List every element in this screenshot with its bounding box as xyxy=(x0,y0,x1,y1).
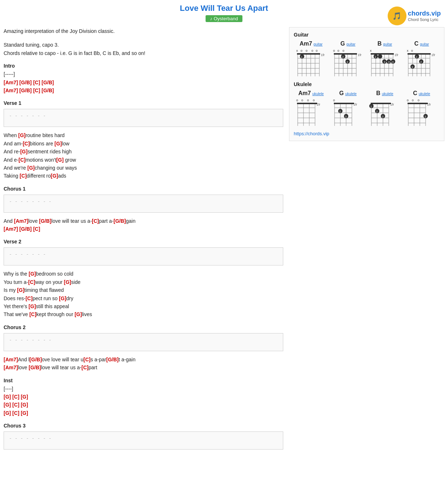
svg-text:o: o xyxy=(337,49,339,52)
chord-c-v2l6[interactable]: [C] xyxy=(29,311,36,317)
chord-gb-c2l2[interactable]: [G/B] xyxy=(29,365,41,370)
guitar-chord-row: Am7 guitar x o o o o xyxy=(294,41,440,77)
chord-c-v1l2[interactable]: [C] xyxy=(23,141,30,146)
chord-gb-c1l1[interactable]: [G/B] xyxy=(39,218,51,224)
section-verse2: Verse 2 - - - - - - - Why is the [G]bedr… xyxy=(4,239,283,318)
chord-g2-il1[interactable]: [G] xyxy=(21,394,28,400)
chord-b-ukulele-name: B xyxy=(376,90,380,97)
chord-gb-c2l1[interactable]: [G/B] xyxy=(30,357,42,362)
chord-box-c-ukulele: C ukulele o o o xyxy=(404,90,439,127)
chord-am7-ukulele-link[interactable]: ukulele xyxy=(312,92,324,96)
chord-g-v2l1[interactable]: [G] xyxy=(29,271,36,277)
chord-am7[interactable]: [Am7] xyxy=(4,80,18,85)
chord-c-guitar-name: C xyxy=(414,41,419,47)
chord-c-v2l4[interactable]: [C] xyxy=(26,295,33,301)
chord-gb[interactable]: [G/B] xyxy=(20,80,32,85)
chord-c-il1[interactable]: [C] xyxy=(12,394,19,400)
section-intro: Intro [-----] [Am7] [G/B] [C] [G/B] [Am7… xyxy=(4,63,283,94)
chord-g-v1l4[interactable]: [G] xyxy=(56,157,64,163)
chorus1-tab: - - - - - - - - xyxy=(4,195,283,213)
chord-am7-guitar-diagram: x o o o o xyxy=(295,48,327,77)
artist-name[interactable]: ♪ Oysterband xyxy=(206,15,242,22)
chord-c-c1l2[interactable]: [C] xyxy=(33,226,40,232)
verse1-line2: And am-[C]bitions are [G]low xyxy=(4,140,283,148)
chord-g-v1l1[interactable]: [G] xyxy=(18,132,25,138)
chorus3-tab-content: - - - - - - - - xyxy=(9,435,51,441)
svg-text:x: x xyxy=(370,49,372,52)
chord-c-il3[interactable]: [C] xyxy=(12,410,19,416)
svg-text:3: 3 xyxy=(425,115,426,118)
chord-box-b-ukulele: B ukulele 1 xyxy=(367,90,402,127)
chord-b-guitar-link[interactable]: guitar xyxy=(383,42,392,46)
svg-rect-109 xyxy=(371,103,391,104)
svg-rect-22 xyxy=(334,53,357,55)
chord-am7-c1l2[interactable]: [Am7] xyxy=(4,226,18,232)
chord-g-v2l3[interactable]: [G] xyxy=(17,287,24,293)
chord-g-guitar-diagram: o o o 2 xyxy=(332,48,364,77)
svg-text:o: o xyxy=(343,49,344,52)
chord-g-ukulele-name: G xyxy=(339,90,344,97)
chord-g-v2l2[interactable]: [G] xyxy=(64,279,71,285)
chord-am7-c2l1[interactable]: [Am7] xyxy=(4,357,18,362)
chord-c-il2[interactable]: [C] xyxy=(12,402,19,408)
chord-gb-3[interactable]: [G/B] xyxy=(20,88,32,93)
chord-c-v2l2[interactable]: [C] xyxy=(28,279,35,285)
chord-am7-guitar-name: Am7 xyxy=(300,41,312,47)
chord-c-c2l2[interactable]: [C] xyxy=(82,365,89,370)
lyrics-section: Amazing interpretation of the Joy Divisi… xyxy=(4,27,283,454)
chord-am7-2[interactable]: [Am7] xyxy=(4,88,18,93)
chord-g2-il3[interactable]: [G] xyxy=(21,410,28,416)
chord-c-guitar-link[interactable]: guitar xyxy=(420,42,429,46)
chord-g-v1l3[interactable]: [G] xyxy=(20,149,27,154)
svg-text:o: o xyxy=(307,98,309,102)
chord-gb-4[interactable]: [G/B] xyxy=(42,88,54,93)
chord-g-il1[interactable]: [G] xyxy=(4,394,11,400)
logo-name: chords.vip xyxy=(408,10,441,18)
chord-g-il3[interactable]: [G] xyxy=(4,410,11,416)
chord-g-v1l6[interactable]: [G] xyxy=(51,173,58,179)
chord-c-v1l6[interactable]: [C] xyxy=(20,173,26,179)
chord-g-v2l5[interactable]: [G] xyxy=(29,303,36,309)
svg-text:o: o xyxy=(316,49,318,52)
svg-text:3: 3 xyxy=(345,115,347,118)
logo-area: 🎵 chords.vip Chord Song Lyric xyxy=(388,7,441,25)
chord-c-c1l1[interactable]: [C] xyxy=(92,218,99,224)
chord-c-c2l1[interactable]: [C] xyxy=(83,357,90,362)
chord-am7-guitar-link[interactable]: guitar xyxy=(314,42,323,46)
chord-g2-il2[interactable]: [G] xyxy=(21,402,28,408)
chord-c-guitar-diagram: x o 1 xyxy=(405,48,438,77)
chord-gb-c1l2[interactable]: [G/B] xyxy=(20,226,32,232)
chord-g-il2[interactable]: [G] xyxy=(4,402,11,408)
svg-rect-128 xyxy=(408,103,428,104)
chord-gb2-c2l1[interactable]: [G/B] xyxy=(106,357,119,362)
chord-gb2[interactable]: [G/B] xyxy=(42,80,54,85)
svg-text:3: 3 xyxy=(382,115,384,118)
chorus3-tab: - - - - - - - - xyxy=(4,431,283,450)
svg-text:1fr: 1fr xyxy=(353,103,357,106)
chord-g-v2l6[interactable]: [G] xyxy=(74,311,82,317)
svg-text:o: o xyxy=(418,98,419,102)
chord-g-ukulele-link[interactable]: ukulele xyxy=(345,92,357,96)
chord-g-v2l4[interactable]: [G] xyxy=(59,295,66,301)
svg-point-52 xyxy=(378,54,382,59)
chord-am7-c2l2[interactable]: [Am7] xyxy=(4,365,18,370)
chord-panel-url[interactable]: https://chords.vip xyxy=(294,131,440,136)
chord-c-v1l4[interactable]: [C] xyxy=(18,157,25,163)
chord-g-guitar-name: G xyxy=(340,41,345,47)
chord-b-ukulele-link[interactable]: ukulele xyxy=(382,92,393,96)
verse1-heading: Verse 1 xyxy=(4,100,283,106)
svg-text:o: o xyxy=(411,49,413,52)
chord-c-ukulele-link[interactable]: ukulele xyxy=(419,92,430,96)
verse1-line5: And we're [G]changing our ways xyxy=(4,164,283,172)
chord-gb2-c1l1[interactable]: [G/B] xyxy=(113,218,126,224)
chord-c[interactable]: [C] xyxy=(33,80,40,85)
chord-g-v1l5[interactable]: [G] xyxy=(27,165,35,171)
chord-g-guitar-link[interactable]: guitar xyxy=(346,42,356,46)
chord-am7-c1l1[interactable]: [Am7] xyxy=(14,218,29,224)
chord-g-v1l2[interactable]: [G] xyxy=(55,141,62,146)
svg-rect-5 xyxy=(297,53,320,55)
chord-c-2[interactable]: [C] xyxy=(33,88,40,93)
svg-text:2: 2 xyxy=(342,55,344,59)
section-chorus2: Chorus 2 - - - - - - - - [Am7]And l[G/B]… xyxy=(4,324,283,372)
chord-g-ukulele-header: G ukulele xyxy=(339,90,357,97)
